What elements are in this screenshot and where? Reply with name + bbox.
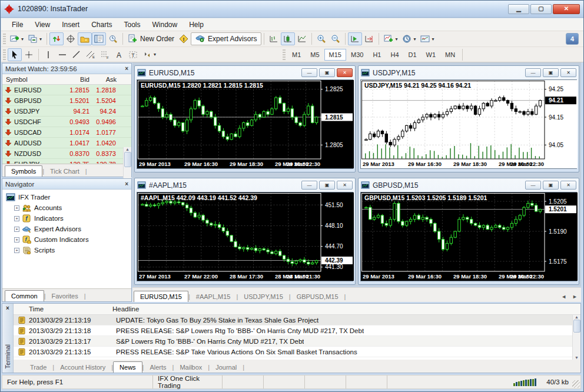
chart-minimize-button[interactable]: — bbox=[525, 181, 541, 190]
terminal-toggle[interactable] bbox=[92, 32, 106, 45]
menu-file[interactable]: File bbox=[6, 19, 29, 30]
text-tool[interactable]: A bbox=[112, 48, 126, 61]
chart-restore-button[interactable]: ▣ bbox=[543, 181, 559, 190]
terminal-scrollbar[interactable]: ▲▼ bbox=[572, 315, 580, 360]
metaeditor-button[interactable]: ! bbox=[177, 32, 191, 45]
tab-favorites[interactable]: Favorites bbox=[45, 291, 84, 301]
news-row[interactable]: 2013/03/29 21:13:18PRESS RELEASE: S&P Lo… bbox=[14, 325, 580, 336]
notification-badge[interactable]: 4 bbox=[566, 33, 579, 45]
candlestick-mode-button[interactable] bbox=[281, 32, 295, 45]
market-watch-row-nzdusd[interactable]: NZDUSD0.83700.8373 bbox=[2, 148, 131, 159]
expand-icon[interactable]: + bbox=[14, 248, 19, 253]
column-ask[interactable]: Ask bbox=[89, 76, 118, 83]
expert-advisors-button[interactable]: Expert Advisors bbox=[191, 32, 261, 45]
line-chart-mode-button[interactable] bbox=[295, 32, 309, 45]
market-watch-row-audusd[interactable]: AUDUSD1.04171.0420 bbox=[2, 138, 131, 148]
terminal-tab-trade[interactable]: Trade bbox=[24, 362, 52, 373]
expand-icon[interactable]: + bbox=[14, 205, 19, 211]
navigator-toggle[interactable] bbox=[78, 32, 92, 45]
menu-view[interactable]: View bbox=[29, 19, 56, 30]
chart-close-button[interactable]: ✕ bbox=[337, 181, 353, 190]
chart-window-titlebar[interactable]: EURUSD,M15—▣✕ bbox=[135, 66, 355, 79]
status-one-click-trading[interactable]: IFX One Click Trading bbox=[153, 376, 223, 388]
timeframe-m30[interactable]: M30 bbox=[346, 49, 368, 61]
vertical-line-tool[interactable] bbox=[41, 48, 55, 61]
menu-tools[interactable]: Tools bbox=[118, 19, 147, 30]
channel-tool[interactable]: E bbox=[84, 48, 98, 61]
periods-button[interactable]: ▾ bbox=[400, 32, 418, 45]
expand-icon[interactable]: + bbox=[14, 216, 19, 221]
navigator-item-accounts[interactable]: +Accounts bbox=[6, 202, 131, 213]
market-watch-row-usdcad[interactable]: USDCAD1.01741.0177 bbox=[2, 127, 131, 138]
chart-tab-gbpusd,m15[interactable]: GBPUSD,M15 bbox=[291, 291, 344, 302]
chart-tab-usdjpy,m15[interactable]: USDJPY,M15 bbox=[238, 291, 288, 302]
crosshair-tool[interactable] bbox=[22, 48, 36, 61]
menu-help[interactable]: Help bbox=[183, 19, 210, 30]
chart-minimize-button[interactable]: — bbox=[525, 68, 541, 77]
navigator-root[interactable]: IFX Trader bbox=[6, 192, 131, 202]
new-chart-button[interactable]: ▾ bbox=[8, 32, 26, 45]
market-watch-row-usdchf[interactable]: USDCHF0.94930.9496 bbox=[2, 117, 131, 127]
close-button[interactable]: ✕ bbox=[553, 4, 580, 14]
profiles-button[interactable]: ▾ bbox=[26, 32, 44, 45]
chart-canvas[interactable]: 1.28251.28151.28051.2815EURUSD,M15 1.282… bbox=[137, 79, 353, 169]
fibonacci-tool[interactable]: F bbox=[98, 48, 112, 61]
chart-close-button[interactable]: ✕ bbox=[560, 181, 576, 190]
horizontal-line-tool[interactable] bbox=[55, 48, 69, 61]
chart-canvas[interactable]: 1.52051.51901.51751.5201GBPUSD,M15 1.520… bbox=[360, 192, 577, 281]
market-watch-row-usdjpy[interactable]: USDJPY94.2194.24 bbox=[2, 106, 131, 117]
toolbar-grip[interactable] bbox=[3, 34, 6, 44]
navigator-item-scripts[interactable]: +Scripts bbox=[6, 245, 131, 255]
chart-close-button[interactable]: ✕ bbox=[337, 68, 353, 77]
news-row[interactable]: 2013/03/29 21:13:19UPDATE: Tokyo Gas To … bbox=[14, 315, 580, 325]
menu-insert[interactable]: Insert bbox=[56, 19, 85, 30]
chart-window-gbpusdm15[interactable]: GBPUSD,M15—▣✕1.52051.51901.51751.5201GBP… bbox=[358, 178, 579, 285]
chart-window-titlebar[interactable]: #AAPL,M15—▣✕ bbox=[135, 178, 355, 192]
chart-minimize-button[interactable]: — bbox=[301, 181, 317, 190]
chart-restore-button[interactable]: ▣ bbox=[319, 181, 335, 190]
timeframe-m5[interactable]: M5 bbox=[306, 49, 324, 61]
chart-window-aaplm15[interactable]: #AAPL,M15—▣✕451.50448.10444.70441.30442.… bbox=[134, 178, 356, 285]
arrows-tool[interactable]: ▾ bbox=[140, 48, 158, 61]
auto-scroll-toggle[interactable] bbox=[348, 32, 362, 45]
chart-plot-gbpusdm15[interactable]: 1.52051.51901.51751.5201GBPUSD,M15 1.520… bbox=[361, 192, 578, 281]
chart-window-titlebar[interactable]: GBPUSD,M15—▣✕ bbox=[359, 178, 579, 192]
column-headline[interactable]: Headline bbox=[112, 305, 139, 313]
indicators-button[interactable]: ▾ bbox=[381, 32, 400, 45]
timeframe-h4[interactable]: H4 bbox=[386, 49, 403, 61]
terminal-close-icon[interactable]: × bbox=[6, 304, 9, 313]
new-order-button[interactable]: New Order bbox=[125, 32, 177, 45]
timeframe-w1[interactable]: W1 bbox=[422, 49, 441, 61]
chart-close-button[interactable]: ✕ bbox=[560, 68, 576, 77]
chart-plot-usdjpym15[interactable]: 94.2594.1594.0594.21USDJPY,M15 94.21 94.… bbox=[361, 80, 578, 168]
terminal-tab-account-history[interactable]: Account History bbox=[54, 362, 111, 373]
timeframe-h1[interactable]: H1 bbox=[368, 49, 386, 61]
expand-icon[interactable]: + bbox=[14, 237, 19, 242]
maximize-button[interactable]: ▢ bbox=[530, 4, 552, 14]
chart-window-usdjpym15[interactable]: USDJPY,M15—▣✕94.2594.1594.0594.21USDJPY,… bbox=[358, 65, 579, 172]
navigator-close-icon[interactable]: × bbox=[125, 181, 128, 187]
terminal-tab-alerts[interactable]: Alerts bbox=[144, 362, 172, 373]
chart-minimize-button[interactable]: — bbox=[301, 68, 317, 77]
menu-charts[interactable]: Charts bbox=[85, 19, 118, 30]
resize-grip[interactable] bbox=[572, 380, 580, 388]
chart-restore-button[interactable]: ▣ bbox=[543, 68, 559, 77]
scroll-right-icon[interactable]: ► bbox=[572, 294, 578, 300]
market-watch-close-icon[interactable]: × bbox=[125, 65, 128, 72]
expand-icon[interactable]: + bbox=[14, 227, 19, 232]
toolbar-grip[interactable] bbox=[3, 49, 6, 60]
data-window-button[interactable] bbox=[64, 32, 78, 45]
trendline-tool[interactable] bbox=[69, 48, 84, 61]
templates-button[interactable]: ▾ bbox=[418, 32, 436, 45]
terminal-tab-mailbox[interactable]: Mailbox bbox=[174, 362, 208, 373]
timeframe-m15[interactable]: M15 bbox=[324, 49, 346, 61]
chart-plot-eurusdm15[interactable]: 1.28251.28151.28051.2815EURUSD,M15 1.282… bbox=[137, 80, 354, 168]
column-bid[interactable]: Bid bbox=[57, 76, 89, 83]
navigator-item-custom-indicators[interactable]: +fCustom Indicators bbox=[6, 234, 131, 245]
cursor-tool[interactable] bbox=[8, 48, 22, 61]
timeframe-mn[interactable]: MN bbox=[440, 49, 460, 61]
minimize-button[interactable]: ▁ bbox=[508, 4, 529, 14]
market-watch-row-eurusd[interactable]: EURUSD1.28151.2818 bbox=[2, 85, 131, 95]
terminal-tab-journal[interactable]: Journal bbox=[210, 362, 243, 373]
timeframe-d1[interactable]: D1 bbox=[404, 49, 422, 61]
